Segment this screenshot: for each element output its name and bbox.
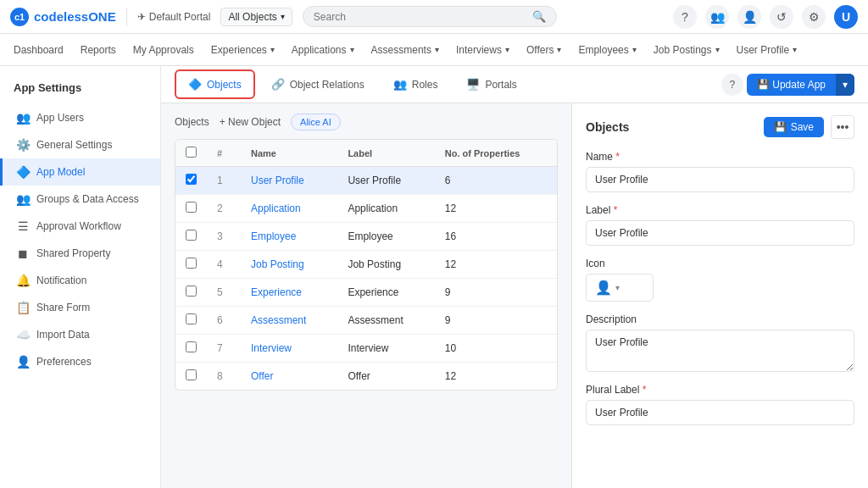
users-icon[interactable]: 👥 [705,5,729,29]
table-header-row: # Name Label No. of Properties [175,140,557,167]
row-name[interactable]: Offer [251,370,273,382]
all-objects-dropdown[interactable]: All Objects ▾ [220,8,292,26]
col-name: Name [241,140,337,167]
table-row[interactable]: 5 Experience Experience 9 [175,279,557,307]
table-row[interactable]: 8 Offer Offer 12 [175,363,557,391]
portal-selector[interactable]: ✈ Default Portal [137,11,211,23]
sidebar-item-import-data[interactable]: ☁️ Import Data [0,321,160,348]
subnav-dashboard[interactable]: Dashboard [14,41,64,59]
row-checkbox[interactable] [186,174,197,185]
new-object-button[interactable]: + New Object [220,116,281,128]
table-row[interactable]: 7 Interview Interview 10 [175,335,557,363]
app-model-icon: 🔷 [16,165,30,179]
help-icon[interactable]: ? [673,5,697,29]
table-body: 1 User Profile User Profile 6 2 Applicat… [175,167,557,391]
name-input[interactable] [586,167,854,192]
table-row[interactable]: 4 Job Posting Job Posting 12 [175,251,557,279]
table-row[interactable]: 3 Employee Employee 16 [175,223,557,251]
portal-label: Default Portal [149,11,211,23]
icon-label: Icon [586,258,854,269]
update-app-button[interactable]: 💾 Update App ▾ [747,74,854,96]
row-number: 1 [207,167,241,195]
sidebar-item-groups[interactable]: 👥 Groups & Data Access [0,186,160,213]
select-all-checkbox[interactable] [186,147,197,158]
subnav-job-postings[interactable]: Job Postings ▾ [654,41,720,59]
search-box[interactable]: 🔍 [303,6,557,27]
row-checkbox[interactable] [186,202,197,213]
portals-icon: 🖥️ [466,78,480,91]
row-checkbox[interactable] [186,369,197,380]
row-name[interactable]: Application [251,202,301,214]
row-checkbox[interactable] [186,341,197,352]
sidebar-item-shared-property[interactable]: ◼ Shared Property [0,240,160,267]
icon-selector[interactable]: 👤 ▾ [586,274,654,302]
history-icon[interactable]: ↺ [770,5,793,29]
chevron-icon: ▾ [505,45,509,54]
tab-roles[interactable]: 👥 Roles [381,70,451,98]
tab-objects-label: Objects [207,79,242,91]
name-field-group: Name * [586,151,854,192]
all-objects-label: All Objects [228,11,276,23]
subnav-user-profile[interactable]: User Profile ▾ [737,41,798,59]
row-name[interactable]: Employee [251,230,296,242]
tab-object-relations[interactable]: 🔗 Object Relations [259,70,377,98]
row-checkbox[interactable] [186,313,197,324]
person-icon[interactable]: 👤 [737,5,761,29]
row-number: 2 [207,195,241,223]
more-options-button[interactable]: ••• [831,115,854,139]
save-button[interactable]: 💾 Save [764,117,824,137]
sidebar-label-import-data: Import Data [36,329,90,341]
share-form-icon: 📋 [16,301,30,314]
subnav-employees[interactable]: Employees ▾ [578,41,636,59]
label-input[interactable] [586,220,854,246]
sub-nav: Dashboard Reports My Approvals Experienc… [0,34,868,66]
subnav-offers[interactable]: Offers ▾ [526,41,561,59]
chevron-icon: ▾ [557,45,561,54]
row-number: 8 [207,363,241,391]
row-properties: 9 [435,307,557,335]
tab-portals[interactable]: 🖥️ Portals [453,70,529,98]
subnav-my-approvals[interactable]: My Approvals [133,41,194,59]
row-name[interactable]: Experience [251,286,302,298]
table-row[interactable]: 2 Application Application 12 [175,195,557,223]
row-name[interactable]: Interview [251,342,292,354]
sidebar-item-approval-workflow[interactable]: ☰ Approval Workflow [0,213,160,240]
row-checkbox[interactable] [186,258,197,269]
sidebar-item-general-settings[interactable]: ⚙️ General Settings [0,131,160,158]
row-checkbox[interactable] [186,286,197,297]
row-name[interactable]: User Profile [251,175,304,186]
subnav-interviews[interactable]: Interviews ▾ [456,41,509,59]
plural-label-field-group: Plural Label * [586,384,854,425]
subnav-applications[interactable]: Applications ▾ [292,41,354,59]
sidebar-item-notification[interactable]: 🔔 Notification [0,267,160,294]
subnav-experiences[interactable]: Experiences ▾ [211,41,275,59]
sidebar-item-preferences[interactable]: 👤 Preferences [0,348,160,375]
row-label: Offer [337,363,434,391]
row-properties: 16 [435,223,557,251]
general-settings-icon: ⚙️ [16,138,30,152]
sidebar-item-share-form[interactable]: 📋 Share Form [0,294,160,321]
description-textarea[interactable]: User Profile [586,330,854,372]
alice-ai-button[interactable]: Alice AI [291,114,341,130]
chevron-icon: ▾ [350,45,354,54]
table-row[interactable]: 1 User Profile User Profile 6 [175,167,557,195]
subnav-reports[interactable]: Reports [81,41,116,59]
plural-label-input[interactable] [586,400,854,425]
row-name[interactable]: Assessment [251,314,306,326]
table-row[interactable]: 6 Assessment Assessment 9 [175,307,557,335]
tab-roles-label: Roles [412,79,438,91]
icon-caret: ▾ [615,283,620,292]
row-name[interactable]: Job Posting [251,258,304,270]
row-number: 3 [207,223,241,251]
chevron-icon: ▾ [270,45,275,54]
search-input[interactable] [314,11,532,23]
subnav-assessments[interactable]: Assessments ▾ [371,41,439,59]
sidebar-item-app-users[interactable]: 👥 App Users [0,104,160,131]
tab-objects[interactable]: 🔷 Objects [175,69,255,99]
row-checkbox[interactable] [186,230,197,241]
settings-icon[interactable]: ⚙ [802,5,826,29]
sidebar-item-app-model[interactable]: 🔷 App Model [0,158,160,186]
avatar[interactable]: U [834,5,858,29]
tab-help-icon[interactable]: ? [721,74,743,96]
update-app-arrow[interactable]: ▾ [836,74,854,96]
